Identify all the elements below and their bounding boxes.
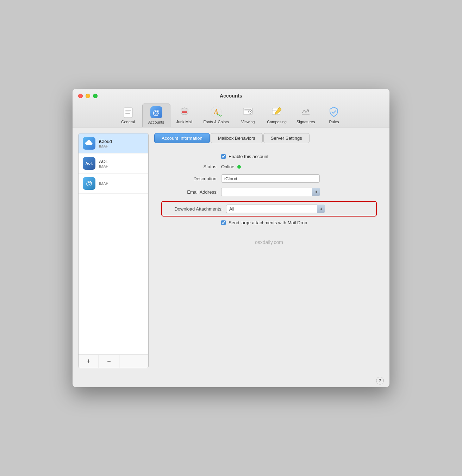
mail-drop-row: Send large attachments with Mail Drop [161, 220, 377, 225]
toolbar-item-composing[interactable]: Composing [262, 104, 292, 127]
download-attachments-label: Download Attachments: [166, 206, 223, 212]
composing-icon [270, 106, 283, 118]
tab-server-settings[interactable]: Server Settings [263, 133, 310, 143]
status-value-row: Online [221, 164, 241, 169]
description-label: Description: [161, 176, 218, 181]
general-label: General [121, 120, 135, 124]
title-bar: Accounts General @ Accounts [73, 89, 389, 127]
imap-info: IMAP [99, 181, 108, 186]
download-attachments-highlight: Download Attachments: All Recent None ⬍ [161, 201, 377, 217]
toolbar-item-viewing[interactable]: Viewing [234, 104, 262, 127]
sidebar-toolbar: + − [79, 355, 148, 368]
status-row: Status: Online [161, 164, 377, 169]
accounts-icon: @ [150, 106, 163, 119]
svg-point-13 [250, 111, 251, 112]
svg-rect-1 [125, 110, 131, 111]
svg-rect-3 [125, 113, 130, 114]
tab-mailbox-behaviors[interactable]: Mailbox Behaviors [211, 133, 263, 143]
description-row: Description: [161, 174, 377, 183]
maximize-button[interactable] [93, 94, 98, 98]
traffic-lights [78, 94, 98, 98]
aol-info: AOL IMAP [99, 159, 108, 168]
icloud-info: iCloud IMAP [99, 139, 112, 148]
toolbar-item-fonts[interactable]: A Fonts & Colors [199, 104, 234, 127]
email-address-row: Email Address: ⬍ [161, 188, 377, 196]
description-input[interactable] [221, 174, 320, 183]
watermark: osxdaily.com [161, 239, 377, 245]
email-address-label: Email Address: [161, 189, 218, 195]
account-item-icloud[interactable]: iCloud IMAP [79, 133, 148, 154]
status-indicator [237, 165, 241, 169]
signatures-label: Signatures [296, 120, 315, 124]
status-value: Online [221, 164, 235, 169]
fonts-label: Fonts & Colors [204, 120, 229, 124]
svg-rect-2 [125, 112, 130, 112]
account-form: Enable this account Status: Online Descr… [154, 150, 384, 249]
toolbar-item-signatures[interactable]: Signatures [292, 104, 320, 127]
window-title: Accounts [220, 93, 242, 99]
imap-avatar: @ [83, 177, 95, 190]
composing-label: Composing [267, 120, 287, 124]
email-address-wrapper: ⬍ [221, 188, 320, 196]
enable-account-row: Enable this account [161, 154, 377, 159]
fonts-icon: A [210, 106, 223, 118]
aol-avatar: Aol. [83, 157, 95, 170]
tab-bar: Account Information Mailbox Behaviors Se… [154, 133, 384, 143]
enable-account-label: Enable this account [229, 154, 268, 159]
icloud-avatar [83, 137, 95, 150]
viewing-icon [242, 106, 254, 118]
minimize-button[interactable] [86, 94, 90, 98]
svg-rect-0 [124, 108, 132, 118]
account-list: iCloud IMAP Aol. AOL IMAP @ [79, 133, 148, 355]
account-item-imap[interactable]: @ IMAP [79, 174, 148, 194]
email-address-input[interactable] [221, 188, 320, 196]
junk-icon [178, 106, 191, 118]
remove-account-button[interactable]: − [99, 355, 119, 368]
imap-type: IMAP [99, 181, 108, 186]
accounts-sidebar: iCloud IMAP Aol. AOL IMAP @ [78, 133, 149, 368]
main-window: Accounts General @ Accounts [73, 89, 389, 387]
viewing-label: Viewing [241, 120, 255, 124]
close-button[interactable] [78, 94, 83, 98]
help-area: ? [73, 374, 389, 387]
toolbar-item-junk[interactable]: Junk Mail [170, 104, 199, 127]
icloud-name: iCloud [99, 139, 112, 144]
enable-account-checkbox[interactable] [221, 154, 226, 159]
help-button[interactable]: ? [376, 377, 384, 384]
account-item-aol[interactable]: Aol. AOL IMAP [79, 154, 148, 174]
add-account-button[interactable]: + [79, 355, 99, 368]
toolbar-item-accounts[interactable]: @ Accounts [142, 104, 170, 127]
main-content: iCloud IMAP Aol. AOL IMAP @ [73, 127, 389, 374]
download-attachments-select[interactable]: All Recent None [226, 205, 325, 213]
tab-account-information[interactable]: Account Information [154, 133, 210, 143]
junk-label: Junk Mail [176, 120, 192, 124]
aol-name: AOL [99, 159, 108, 164]
mail-drop-checkbox[interactable] [221, 220, 226, 225]
toolbar-item-rules[interactable]: Rules [320, 104, 348, 127]
icloud-type: IMAP [99, 144, 112, 148]
aol-type: IMAP [99, 164, 108, 168]
detail-panel: Account Information Mailbox Behaviors Se… [154, 133, 384, 368]
general-icon [122, 106, 135, 118]
mail-drop-label: Send large attachments with Mail Drop [229, 220, 307, 225]
rules-label: Rules [329, 120, 339, 124]
status-label: Status: [161, 164, 218, 169]
download-attachments-wrapper: All Recent None ⬍ [226, 205, 325, 213]
signatures-icon [299, 106, 312, 118]
accounts-label: Accounts [148, 120, 164, 124]
toolbar-item-general[interactable]: General [114, 104, 142, 127]
toolbar: General @ Accounts Junk Mail [114, 102, 348, 127]
rules-icon [327, 106, 340, 118]
